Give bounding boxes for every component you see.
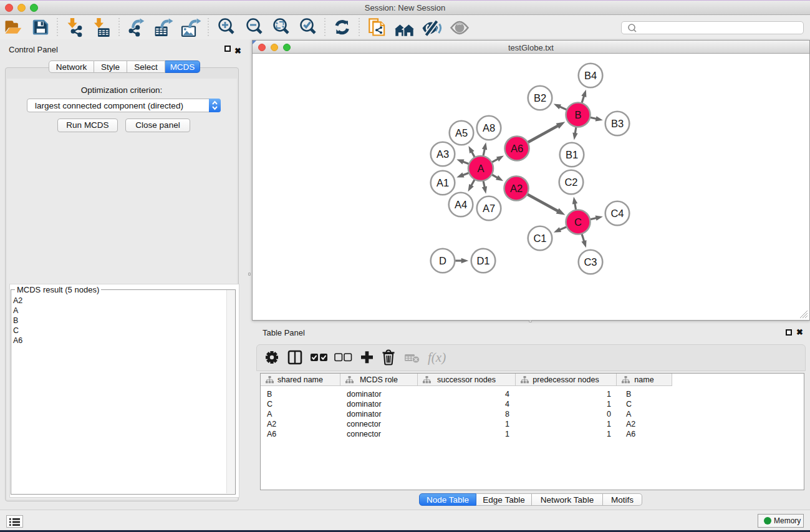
svg-text:A: A — [477, 163, 484, 174]
svg-text:B1: B1 — [566, 149, 578, 160]
svg-text:A6: A6 — [511, 143, 523, 154]
svg-text:B4: B4 — [584, 70, 597, 81]
svg-text:C1: C1 — [533, 233, 546, 244]
svg-text:A7: A7 — [483, 203, 495, 214]
svg-text:C: C — [574, 216, 582, 228]
svg-text:B: B — [574, 109, 581, 120]
svg-text:D1: D1 — [476, 255, 489, 266]
svg-text:f(x): f(x) — [428, 350, 446, 365]
svg-text:A4: A4 — [455, 199, 467, 210]
svg-text:A5: A5 — [455, 127, 468, 138]
svg-text:C2: C2 — [564, 177, 577, 188]
svg-text:C3: C3 — [584, 256, 597, 268]
svg-text:A8: A8 — [483, 122, 495, 133]
svg-text:A1: A1 — [436, 177, 449, 188]
svg-text:D: D — [439, 255, 446, 266]
svg-text:C4: C4 — [610, 208, 624, 219]
svg-text:A3: A3 — [436, 148, 449, 160]
svg-text:B2: B2 — [534, 92, 546, 104]
svg-text:A2: A2 — [510, 183, 523, 194]
svg-text:B3: B3 — [611, 118, 624, 129]
